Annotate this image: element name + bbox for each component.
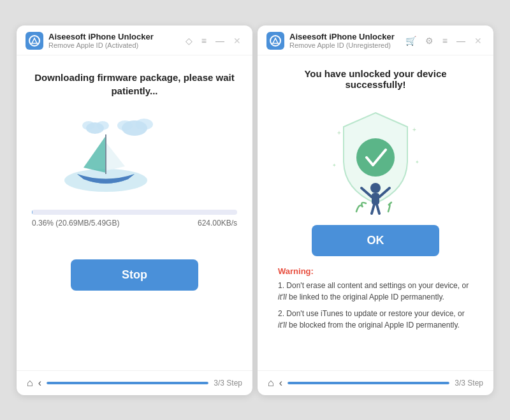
right-app-icon — [266, 32, 284, 50]
menu-icon[interactable]: ≡ — [199, 34, 209, 47]
svg-text:✦: ✦ — [415, 159, 419, 165]
progress-container: 0.36% (20.69MB/5.49GB) 624.00KB/s — [32, 210, 237, 228]
warning-label: Warning: — [278, 266, 473, 276]
progress-meta: 0.36% (20.69MB/5.49GB) 624.00KB/s — [32, 219, 237, 228]
right-menu-icon[interactable]: ≡ — [440, 34, 450, 47]
warning-section: Warning: 1. Don't erase all content and … — [273, 266, 478, 336]
right-panel: Aiseesoft iPhone Unlocker Remove Apple I… — [258, 25, 493, 395]
left-panel: Aiseesoft iPhone Unlocker Remove Apple I… — [17, 25, 252, 395]
right-key-icon[interactable]: ⚙ — [423, 34, 436, 47]
right-content: You have unlocked your device successful… — [258, 55, 493, 370]
left-app-name: Aiseesoft iPhone Unlocker — [48, 32, 178, 41]
right-titlebar-icons: 🛒 ⚙ ≡ — ✕ — [403, 34, 484, 47]
svg-point-19 — [370, 183, 381, 193]
diamond-icon[interactable]: ◇ — [183, 34, 195, 47]
left-titlebar-icons: ◇ ≡ — ✕ — [183, 34, 244, 47]
right-app-name: Aiseesoft iPhone Unlocker — [289, 32, 398, 41]
left-footer-progress-bar — [47, 382, 208, 384]
right-footer-step: 3/3 Step — [455, 379, 483, 387]
left-content: Downloading firmware package, please wai… — [17, 55, 252, 370]
right-footer-progress-fill — [288, 382, 449, 384]
right-footer-progress-bar — [288, 382, 449, 384]
right-titlebar-text: Aiseesoft iPhone Unlocker Remove Apple I… — [289, 32, 398, 49]
right-minimize-icon[interactable]: — — [454, 34, 468, 47]
left-app-icon — [26, 32, 43, 50]
warning-item-1: 1. Don't erase all content and settings … — [278, 280, 473, 303]
left-titlebar-text: Aiseesoft iPhone Unlocker Remove Apple I… — [48, 32, 178, 49]
progress-label: 0.36% (20.69MB/5.49GB) — [32, 219, 119, 228]
minimize-icon[interactable]: — — [213, 34, 227, 47]
ok-button[interactable]: OK — [312, 225, 439, 256]
svg-rect-20 — [372, 193, 379, 205]
svg-rect-0 — [26, 32, 43, 50]
svg-text:+: + — [337, 129, 341, 136]
svg-line-24 — [377, 205, 379, 214]
app-wrapper: Aiseesoft iPhone Unlocker Remove Apple I… — [0, 0, 510, 420]
back-icon[interactable]: ‹ — [38, 377, 41, 389]
right-back-icon[interactable]: ‹ — [279, 377, 282, 389]
svg-text:✦: ✦ — [332, 163, 337, 168]
svg-point-5 — [117, 120, 133, 131]
progress-bar-fill — [32, 210, 33, 215]
svg-text:+: + — [412, 126, 416, 133]
right-subtitle: Remove Apple ID (Unregistered) — [289, 41, 398, 49]
left-footer-step: 3/3 Step — [214, 379, 242, 387]
svg-rect-11 — [266, 32, 284, 50]
progress-bar-background — [32, 210, 237, 215]
right-titlebar: Aiseesoft iPhone Unlocker Remove Apple I… — [258, 25, 493, 55]
speed-label: 624.00KB/s — [198, 219, 237, 228]
stop-button[interactable]: Stop — [71, 259, 198, 291]
right-close-icon[interactable]: ✕ — [472, 34, 484, 47]
svg-line-23 — [372, 205, 374, 214]
sailboat-illustration — [64, 110, 205, 199]
home-icon[interactable]: ⌂ — [27, 377, 33, 389]
right-footer: ⌂ ‹ 3/3 Step — [258, 370, 493, 395]
left-subtitle: Remove Apple ID (Activated) — [48, 41, 178, 49]
right-home-icon[interactable]: ⌂ — [268, 377, 274, 389]
download-title: Downloading firmware package, please wai… — [32, 71, 237, 98]
success-illustration: + + ✦ ✦ — [305, 100, 446, 215]
left-titlebar: Aiseesoft iPhone Unlocker Remove Apple I… — [17, 25, 252, 55]
warning-item-2: 2. Don't use iTunes to update or restore… — [278, 308, 473, 331]
svg-point-7 — [82, 121, 95, 130]
close-icon[interactable]: ✕ — [231, 34, 244, 47]
svg-point-4 — [135, 119, 153, 130]
left-footer: ⌂ ‹ 3/3 Step — [17, 370, 252, 395]
svg-point-14 — [356, 138, 395, 177]
svg-point-8 — [96, 121, 109, 130]
success-title: You have unlocked your device successful… — [273, 68, 478, 90]
left-footer-progress-fill — [47, 382, 208, 384]
right-cart-icon[interactable]: 🛒 — [403, 34, 419, 47]
